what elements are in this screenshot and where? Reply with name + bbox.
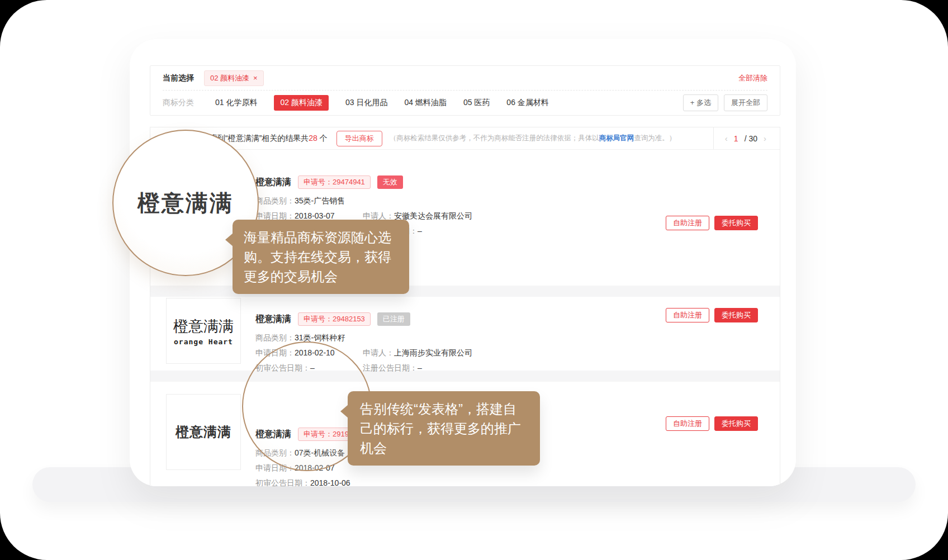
- expand-all-button[interactable]: 展开全部: [724, 94, 767, 111]
- disclaimer-text: （商标检索结果仅供参考，不作为商标能否注册的法律依据；具体以商标局官网查询为准。…: [390, 134, 676, 143]
- trademark-image: 橙意满满: [166, 394, 241, 470]
- summary-suffix: 个: [317, 134, 328, 143]
- multi-select-button[interactable]: + 多选: [683, 94, 718, 111]
- selected-filter-tag[interactable]: 02 颜料油漆 ×: [204, 70, 264, 86]
- clear-all-link[interactable]: 全部清除: [738, 73, 767, 83]
- category-field-label: 商品类别：: [255, 448, 295, 457]
- applicant-field-value: 安徽美达会展有限公司: [394, 211, 472, 220]
- date-field-label: 申请日期：: [255, 211, 295, 220]
- prev-page-icon[interactable]: ‹: [725, 134, 728, 143]
- date-field-value: 2018-02-10: [295, 348, 335, 357]
- tooltip-resources: 海量精品商标资源随心选购。支持在线交易，获得更多的交易机会: [233, 220, 409, 294]
- total-pages: / 30: [745, 134, 757, 143]
- application-number-badge: 申请号：29482153: [298, 312, 371, 326]
- application-number: 29482153: [333, 315, 365, 323]
- results-header: 当前分类下检索到“橙意满满”相关的结果共28 个 导出商标 （商标检索结果仅供参…: [150, 127, 780, 150]
- category-item-06[interactable]: 06 金属材料: [506, 98, 548, 108]
- selected-filter-tag-label: 02 颜料油漆: [210, 73, 249, 83]
- disclaimer-pre: （商标检索结果仅供参考，不作为商标能否注册的法律依据；具体以: [390, 134, 599, 142]
- first-pub-value: 2018-10-06: [310, 478, 350, 486]
- category-item-03[interactable]: 03 日化用品: [345, 98, 387, 108]
- category-field-label: 商品类别：: [255, 196, 295, 205]
- trademark-name: 橙意满满: [255, 314, 291, 325]
- filter-panel: 当前选择 02 颜料油漆 × 全部清除 商标分类 01 化学原料 02 颜料油漆…: [150, 65, 780, 116]
- screenshot-canvas: 当前选择 02 颜料油漆 × 全部清除 商标分类 01 化学原料 02 颜料油漆…: [0, 0, 948, 560]
- first-pub-value: –: [310, 363, 315, 372]
- trademark-office-link[interactable]: 商标局官网: [599, 134, 634, 142]
- magnified-trademark-text: 橙意满满: [138, 188, 234, 219]
- category-actions: + 多选 展开全部: [683, 94, 767, 111]
- date-field-value: 2018-03-07: [295, 211, 335, 220]
- reg-pub-value: –: [418, 226, 422, 235]
- status-badge: 无效: [377, 175, 403, 189]
- category-item-02-selected[interactable]: 02 颜料油漆: [274, 95, 328, 111]
- category-item-01[interactable]: 01 化学原料: [215, 98, 257, 108]
- self-register-button[interactable]: 自助注册: [666, 216, 709, 230]
- date-field-label: 申请日期：: [255, 348, 295, 357]
- category-field-value: 35类-广告销售: [295, 196, 345, 205]
- category-label: 商标分类: [163, 98, 194, 108]
- application-number-label: 申请号：: [304, 430, 333, 438]
- applicant-field-label: 申请人：: [363, 211, 394, 220]
- trademark-image-text: 橙意满满: [176, 423, 231, 441]
- date-field-label: 申请日期：: [255, 463, 295, 472]
- trademark-image-subtext: orange Heart: [174, 338, 233, 346]
- category-field-label: 商品类别：: [255, 333, 295, 342]
- entrust-purchase-button[interactable]: 委托购买: [714, 216, 758, 230]
- application-number: 29474941: [333, 178, 365, 186]
- trademark-name: 橙意满满: [255, 429, 291, 440]
- category-field-value: 31类-饲料种籽: [295, 333, 345, 342]
- pagination: ‹ 1 / 30 ›: [713, 127, 780, 149]
- application-number-label: 申请号：: [304, 178, 333, 186]
- remove-tag-icon[interactable]: ×: [253, 74, 258, 82]
- self-register-button[interactable]: 自助注册: [666, 308, 709, 322]
- entrust-purchase-button[interactable]: 委托购买: [714, 308, 758, 322]
- entrust-purchase-button[interactable]: 委托购买: [714, 416, 758, 431]
- date-field-value: 2018-02-07: [295, 463, 335, 472]
- export-trademark-button[interactable]: 导出商标: [336, 131, 382, 146]
- tooltip-promotion: 告别传统“发表格”，搭建自己的标行，获得更多的推广机会: [348, 391, 540, 466]
- category-row: 商标分类 01 化学原料 02 颜料油漆 03 日化用品 04 燃料油脂 05 …: [163, 91, 767, 115]
- table-row: 橙意满满 orange Heart 橙意满满 申请号：29482153 已注册 …: [150, 297, 780, 371]
- trademark-image-text: 橙意满满: [173, 316, 234, 336]
- trademark-name: 橙意满满: [255, 177, 291, 188]
- first-pub-label: 初审公告日期：: [255, 478, 310, 486]
- first-pub-label: 初审公告日期：: [255, 363, 310, 372]
- status-badge: 已注册: [377, 312, 410, 326]
- category-item-04[interactable]: 04 燃料油脂: [404, 98, 446, 108]
- current-selection-row: 当前选择 02 颜料油漆 × 全部清除: [163, 66, 767, 91]
- application-number-badge: 申请号：29474941: [298, 175, 371, 189]
- trademark-image: 橙意满满 orange Heart: [166, 298, 241, 364]
- self-register-button[interactable]: 自助注册: [666, 416, 709, 431]
- application-number-label: 申请号：: [304, 315, 333, 323]
- current-page: 1: [734, 134, 738, 143]
- category-field-value: 07类-机械设备: [295, 448, 345, 457]
- applicant-field-value: 上海雨步实业有限公司: [394, 348, 472, 357]
- category-item-05[interactable]: 05 医药: [463, 98, 490, 108]
- reg-pub-value: –: [418, 363, 422, 372]
- reg-pub-label: 注册公告日期：: [363, 363, 418, 372]
- summary-count: 28: [309, 134, 317, 143]
- applicant-field-label: 申请人：: [363, 348, 394, 357]
- next-page-icon[interactable]: ›: [764, 134, 766, 143]
- current-selection-label: 当前选择: [163, 73, 194, 83]
- disclaimer-post: 查询为准。）: [634, 134, 676, 142]
